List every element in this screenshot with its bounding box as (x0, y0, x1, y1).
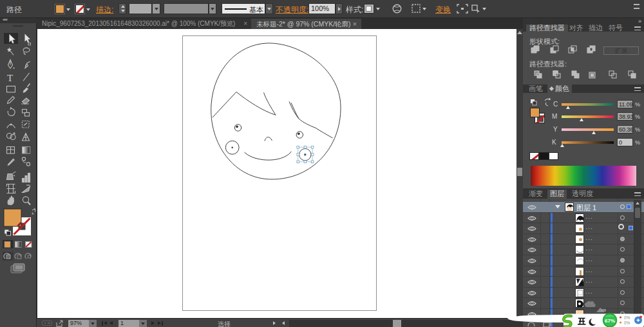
svg-text:T: T (7, 73, 13, 83)
svg-text:0%: 0% (624, 321, 630, 325)
svg-text:67%: 67% (605, 318, 615, 324)
svg-text:0%: 0% (624, 315, 630, 320)
